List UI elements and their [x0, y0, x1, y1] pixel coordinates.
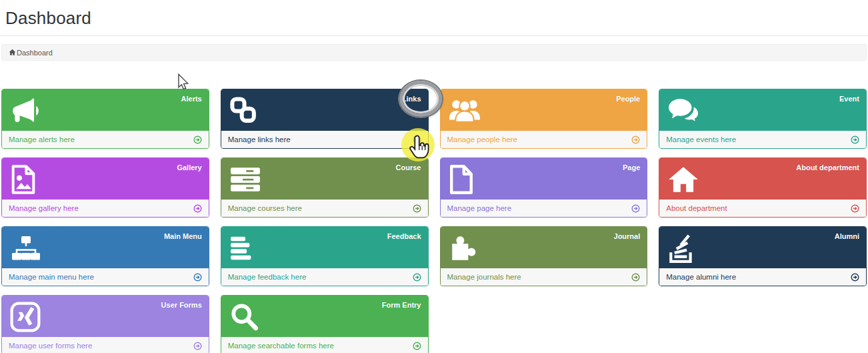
tile-footer-label: Manage links here — [228, 135, 291, 143]
tile-title: Main Menu — [164, 232, 202, 240]
users-icon — [449, 95, 481, 126]
tile-alumni[interactable]: Alumni Manage alumni here — [659, 226, 867, 286]
sitemap-icon — [10, 233, 42, 264]
xing-icon — [10, 302, 42, 332]
tile-journal[interactable]: Journal Manage journals here — [440, 226, 648, 286]
home-icon — [9, 49, 16, 56]
arrow-circle-right-icon[interactable] — [193, 342, 202, 350]
tile-grid: Alerts Manage alerts here Links Manage l… — [1, 89, 867, 353]
tile-title: Alerts — [181, 95, 202, 103]
tile-footer-label: Manage feedback here — [228, 273, 307, 281]
tile-footer-link[interactable]: Manage alumni here — [659, 268, 866, 286]
tile-footer-label: Manage people here — [447, 135, 518, 143]
tile-alerts[interactable]: Alerts Manage alerts here — [1, 89, 209, 149]
tile-main-menu[interactable]: Main Menu Manage main menu here — [1, 226, 209, 286]
tile-title: Feedback — [387, 232, 421, 240]
tile-title: Gallery — [177, 163, 201, 171]
tile-title: Alumni — [835, 232, 859, 240]
tile-footer-link[interactable]: Manage journals here — [441, 268, 647, 286]
tile-footer-link[interactable]: Manage links here — [221, 131, 428, 148]
tile-body: Event — [659, 89, 866, 131]
tile-page[interactable]: Page Manage page here — [440, 157, 648, 218]
tile-title: Journal — [614, 232, 641, 240]
arrow-circle-right-icon[interactable] — [631, 273, 640, 282]
home-icon — [667, 164, 699, 195]
tile-footer-link[interactable]: Manage people here — [441, 131, 647, 148]
tile-body: Journal — [441, 227, 647, 268]
tile-footer-link[interactable]: Manage feedback here — [221, 268, 428, 286]
tile-footer-label: Manage main menu here — [9, 273, 94, 281]
bullhorn-icon — [10, 95, 42, 126]
tile-footer-label: Manage alerts here — [9, 135, 75, 143]
arrow-circle-right-icon[interactable] — [193, 204, 202, 213]
server-icon — [229, 164, 261, 195]
tile-body: Feedback — [221, 227, 428, 268]
tile-body: Links — [221, 89, 428, 131]
tile-footer-link[interactable]: Manage gallery here — [2, 200, 209, 217]
search-icon — [229, 302, 261, 332]
page-header: Dashboard — [0, 0, 868, 36]
tile-footer-label: About department — [666, 204, 727, 212]
tile-body: Main Menu — [2, 227, 209, 268]
tile-event[interactable]: Event Manage events here — [659, 89, 867, 149]
tile-title: Form Entry — [382, 301, 421, 309]
tile-footer-label: Manage page here — [447, 204, 512, 212]
arrow-circle-right-icon[interactable] — [413, 204, 421, 213]
tile-title: Page — [623, 163, 640, 171]
tile-footer-link[interactable]: Manage searchable forms here — [221, 337, 428, 353]
arrow-circle-right-icon[interactable] — [413, 273, 421, 282]
arrow-circle-right-icon[interactable] — [413, 135, 421, 144]
tile-footer-link[interactable]: About department — [659, 200, 866, 217]
tile-body: People — [441, 89, 647, 131]
arrow-circle-right-icon[interactable] — [631, 204, 640, 213]
arrow-circle-right-icon[interactable] — [851, 204, 859, 213]
arrow-circle-right-icon[interactable] — [851, 273, 859, 282]
tile-gallery[interactable]: Gallery Manage gallery here — [1, 157, 209, 218]
tile-about-department[interactable]: About department About department — [659, 157, 867, 218]
tile-title: Event — [839, 95, 859, 103]
tile-form-entry[interactable]: Form Entry Manage searchable forms here — [221, 295, 429, 353]
breadcrumb-label: Dashboard — [17, 49, 53, 57]
file-image-icon — [10, 164, 42, 195]
tile-body: Alumni — [659, 227, 866, 268]
tile-footer-label: Manage user forms here — [9, 342, 92, 350]
tile-footer-label: Manage searchable forms here — [228, 342, 334, 350]
tile-footer-link[interactable]: Manage events here — [659, 131, 866, 148]
tile-body: Course — [221, 158, 428, 200]
tile-feedback[interactable]: Feedback Manage feedback here — [221, 226, 429, 286]
tile-user-forms[interactable]: User Forms Manage user forms here — [1, 295, 209, 353]
align-left-icon — [229, 233, 261, 264]
tile-title: User Forms — [161, 301, 202, 309]
tile-footer-label: Manage alumni here — [666, 273, 736, 281]
tile-footer-link[interactable]: Manage courses here — [221, 200, 428, 217]
tile-people[interactable]: People Manage people here — [440, 89, 648, 149]
tile-footer-label: Manage journals here — [447, 273, 521, 281]
tile-body: Page — [441, 158, 647, 200]
tile-body: About department — [659, 158, 866, 200]
tile-body: User Forms — [2, 296, 209, 337]
arrow-circle-right-icon[interactable] — [193, 273, 202, 282]
tile-body: Form Entry — [221, 296, 428, 337]
tile-body: Alerts — [2, 89, 209, 131]
page-title: Dashboard — [5, 8, 863, 29]
arrow-circle-right-icon[interactable] — [193, 135, 202, 144]
tile-course[interactable]: Course Manage courses here — [221, 157, 429, 218]
breadcrumb-item-dashboard[interactable]: Dashboard — [9, 49, 53, 57]
tile-title: About department — [796, 163, 859, 171]
puzzle-icon — [449, 233, 481, 264]
arrow-circle-right-icon[interactable] — [631, 135, 640, 144]
chain-icon — [229, 95, 261, 126]
tile-footer-link[interactable]: Manage alerts here — [2, 131, 209, 148]
arrow-circle-right-icon[interactable] — [851, 135, 859, 144]
arrow-circle-right-icon[interactable] — [413, 342, 421, 350]
tile-footer-link[interactable]: Manage user forms here — [2, 337, 209, 353]
tile-title: Course — [396, 163, 421, 171]
file-icon — [449, 164, 481, 195]
comments-icon — [667, 95, 699, 126]
tile-links[interactable]: Links Manage links here — [221, 89, 429, 149]
tile-footer-link[interactable]: Manage page here — [441, 200, 647, 217]
tile-footer-label: Manage courses here — [228, 204, 302, 212]
tile-footer-link[interactable]: Manage main menu here — [2, 268, 209, 286]
tile-footer-label: Manage gallery here — [9, 204, 79, 212]
breadcrumb: Dashboard — [1, 44, 867, 61]
